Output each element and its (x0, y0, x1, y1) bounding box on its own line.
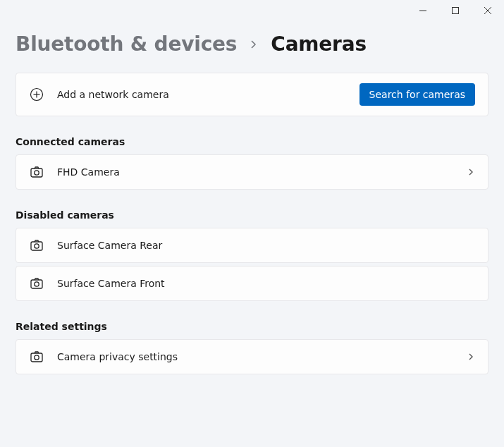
breadcrumb-parent[interactable]: Bluetooth & devices (16, 32, 237, 56)
camera-icon (29, 350, 44, 364)
camera-item-label: Surface Camera Front (57, 278, 475, 289)
search-for-cameras-button[interactable]: Search for cameras (359, 83, 475, 106)
svg-rect-1 (453, 8, 459, 14)
add-network-camera-card: Add a network camera Search for cameras (16, 73, 488, 116)
svg-point-12 (35, 282, 39, 286)
maximize-button[interactable] (439, 0, 472, 21)
svg-point-8 (35, 171, 39, 175)
section-title-connected: Connected cameras (16, 136, 488, 147)
svg-rect-7 (31, 169, 42, 177)
camera-icon (29, 276, 44, 290)
breadcrumb: Bluetooth & devices Cameras (16, 32, 488, 56)
svg-point-10 (35, 244, 39, 248)
camera-item-fhd[interactable]: FHD Camera (16, 154, 488, 190)
close-button[interactable] (472, 0, 504, 21)
chevron-right-icon (467, 353, 475, 361)
svg-rect-11 (31, 280, 42, 288)
window-titlebar (0, 0, 504, 23)
chevron-right-icon (250, 40, 258, 49)
minimize-button[interactable] (407, 0, 439, 21)
camera-item-label: FHD Camera (57, 166, 467, 178)
section-title-disabled: Disabled cameras (16, 209, 488, 221)
camera-privacy-settings-item[interactable]: Camera privacy settings (16, 339, 488, 374)
svg-rect-13 (31, 353, 42, 362)
camera-icon (29, 238, 44, 252)
camera-item-surface-front[interactable]: Surface Camera Front (16, 266, 488, 301)
plus-circle-icon (29, 87, 44, 102)
svg-rect-9 (31, 242, 42, 250)
svg-point-14 (35, 355, 39, 360)
camera-item-surface-rear[interactable]: Surface Camera Rear (16, 228, 488, 263)
page-title: Cameras (271, 32, 367, 56)
related-item-label: Camera privacy settings (57, 351, 467, 362)
chevron-right-icon (467, 168, 475, 176)
add-camera-label: Add a network camera (57, 89, 359, 100)
section-title-related: Related settings (16, 321, 488, 332)
camera-icon (29, 165, 44, 179)
camera-item-label: Surface Camera Rear (57, 240, 475, 251)
